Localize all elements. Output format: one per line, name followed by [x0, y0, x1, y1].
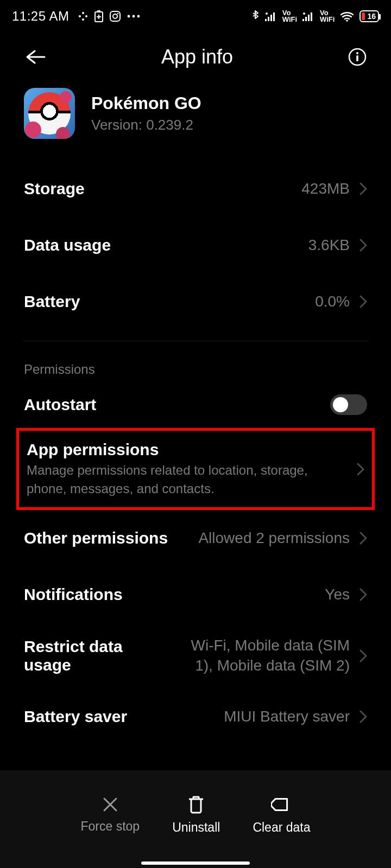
- battery-label: Battery: [24, 292, 80, 311]
- svg-point-10: [133, 15, 135, 18]
- svg-rect-6: [110, 11, 120, 21]
- row-storage[interactable]: Storage 423MB: [24, 161, 367, 217]
- uninstall-label: Uninstall: [172, 820, 220, 835]
- row-battery[interactable]: Battery 0.0%: [24, 273, 367, 330]
- svg-rect-2: [85, 15, 87, 17]
- battery-saver-value: MIUI Battery saver: [224, 707, 350, 726]
- vowifi-1-icon: VoWiFi: [282, 10, 297, 22]
- status-time: 11:25 AM: [12, 9, 69, 24]
- chevron-right-icon: [360, 295, 367, 308]
- restrict-data-label: Restrict data usage: [24, 637, 171, 674]
- autostart-label: Autostart: [24, 395, 96, 414]
- app-identity: Pokémon GO Version: 0.239.2: [24, 81, 367, 161]
- svg-rect-14: [270, 15, 272, 21]
- svg-rect-19: [308, 15, 310, 21]
- svg-point-16: [266, 12, 268, 15]
- row-app-permissions[interactable]: App permissions Manage permissions relat…: [16, 428, 375, 510]
- other-permissions-value: Allowed 2 permissions: [198, 528, 350, 548]
- notifications-value: Yes: [325, 585, 350, 604]
- status-bar: 11:25 AM VoWiFi VoWiFi 16: [0, 0, 391, 33]
- svg-rect-18: [305, 17, 307, 21]
- signal-2-icon: [302, 11, 314, 21]
- chevron-right-icon: [360, 588, 367, 601]
- row-autostart[interactable]: Autostart: [24, 381, 367, 428]
- data-usage-value: 3.6KB: [308, 235, 350, 255]
- battery-plus-icon: [94, 10, 104, 22]
- chevron-right-icon: [360, 710, 367, 723]
- storage-label: Storage: [24, 180, 85, 198]
- row-battery-saver[interactable]: Battery saver MIUI Battery saver: [24, 688, 367, 745]
- instagram-icon: [109, 10, 121, 22]
- svg-point-11: [137, 15, 140, 18]
- other-permissions-label: Other permissions: [24, 529, 168, 547]
- chevron-right-icon: [357, 463, 364, 476]
- app-version: Version: 0.239.2: [91, 117, 201, 133]
- header-bar: App info: [0, 33, 391, 81]
- page-title: App info: [161, 46, 233, 68]
- svg-rect-0: [79, 15, 81, 17]
- restrict-data-value: Wi-Fi, Mobile data (SIM 1), Mobile data …: [171, 636, 350, 675]
- svg-point-8: [117, 13, 119, 15]
- home-indicator[interactable]: [141, 861, 250, 865]
- data-usage-label: Data usage: [24, 236, 111, 254]
- row-other-permissions[interactable]: Other permissions Allowed 2 permissions: [24, 510, 367, 566]
- svg-rect-5: [97, 10, 100, 12]
- battery-saver-label: Battery saver: [24, 707, 127, 726]
- chevron-right-icon: [360, 239, 367, 252]
- row-data-usage[interactable]: Data usage 3.6KB: [24, 217, 367, 273]
- svg-point-7: [113, 14, 117, 18]
- autostart-toggle[interactable]: [330, 394, 367, 415]
- clear-data-label: Clear data: [253, 820, 310, 835]
- chevron-right-icon: [360, 532, 367, 545]
- app-permissions-sub: Manage permissions related to location, …: [27, 461, 357, 497]
- section-permissions: Permissions: [24, 341, 367, 381]
- bluetooth-icon: [251, 9, 260, 23]
- vowifi-2-icon: VoWiFi: [320, 10, 335, 22]
- notifications-label: Notifications: [24, 585, 123, 604]
- clear-data-button[interactable]: Clear data: [253, 794, 310, 835]
- svg-point-22: [346, 20, 349, 22]
- svg-rect-1: [82, 12, 84, 14]
- storage-value: 423MB: [301, 179, 350, 199]
- uninstall-button[interactable]: Uninstall: [172, 794, 220, 835]
- svg-point-21: [303, 12, 305, 15]
- svg-point-24: [356, 52, 358, 54]
- signal-1-icon: [265, 11, 277, 21]
- svg-point-9: [128, 15, 130, 18]
- bottom-action-bar: Force stop Uninstall Clear data: [0, 770, 391, 868]
- svg-rect-13: [268, 17, 269, 21]
- more-dots-icon: [127, 14, 141, 18]
- chevron-right-icon: [360, 649, 367, 662]
- app-icon: [24, 88, 75, 139]
- force-stop-label: Force stop: [81, 819, 140, 834]
- wifi-icon: [340, 11, 354, 22]
- info-button[interactable]: [348, 47, 367, 67]
- battery-status-icon: 16: [360, 10, 379, 22]
- app-permissions-label: App permissions: [27, 441, 357, 459]
- battery-percent: 16: [367, 12, 376, 21]
- chevron-right-icon: [360, 182, 367, 195]
- svg-rect-3: [82, 18, 84, 21]
- app-name: Pokémon GO: [91, 93, 201, 113]
- svg-rect-12: [265, 19, 267, 21]
- svg-rect-15: [273, 12, 275, 21]
- back-button[interactable]: [24, 49, 47, 65]
- slack-icon: [78, 11, 89, 22]
- row-notifications[interactable]: Notifications Yes: [24, 566, 367, 623]
- svg-rect-17: [302, 19, 304, 21]
- battery-value: 0.0%: [315, 292, 350, 311]
- row-restrict-data[interactable]: Restrict data usage Wi-Fi, Mobile data (…: [24, 623, 367, 688]
- force-stop-button[interactable]: Force stop: [81, 795, 140, 834]
- svg-rect-25: [356, 55, 358, 61]
- svg-rect-20: [311, 12, 312, 21]
